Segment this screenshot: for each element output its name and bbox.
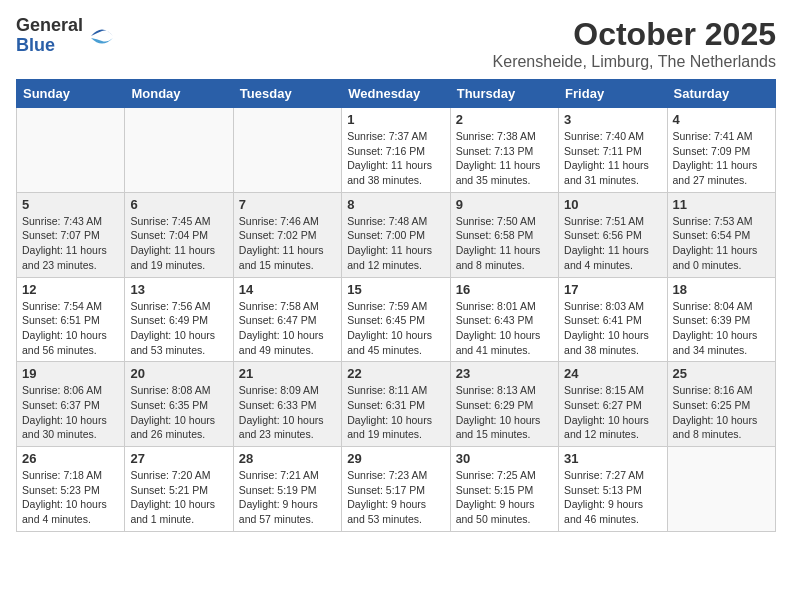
calendar-cell: 6Sunrise: 7:45 AM Sunset: 7:04 PM Daylig… (125, 192, 233, 277)
page-header: General Blue October 2025 Kerensheide, L… (16, 16, 776, 71)
day-number: 15 (347, 282, 444, 297)
header-wednesday: Wednesday (342, 80, 450, 108)
day-number: 27 (130, 451, 227, 466)
calendar-cell: 5Sunrise: 7:43 AM Sunset: 7:07 PM Daylig… (17, 192, 125, 277)
day-info: Sunrise: 7:54 AM Sunset: 6:51 PM Dayligh… (22, 299, 119, 358)
day-info: Sunrise: 8:11 AM Sunset: 6:31 PM Dayligh… (347, 383, 444, 442)
day-info: Sunrise: 8:04 AM Sunset: 6:39 PM Dayligh… (673, 299, 770, 358)
day-number: 5 (22, 197, 119, 212)
logo: General Blue (16, 16, 117, 56)
day-info: Sunrise: 8:06 AM Sunset: 6:37 PM Dayligh… (22, 383, 119, 442)
month-title: October 2025 (493, 16, 776, 53)
day-info: Sunrise: 7:43 AM Sunset: 7:07 PM Dayligh… (22, 214, 119, 273)
day-info: Sunrise: 7:58 AM Sunset: 6:47 PM Dayligh… (239, 299, 336, 358)
day-number: 25 (673, 366, 770, 381)
day-info: Sunrise: 7:27 AM Sunset: 5:13 PM Dayligh… (564, 468, 661, 527)
calendar-cell (125, 108, 233, 193)
calendar-cell: 13Sunrise: 7:56 AM Sunset: 6:49 PM Dayli… (125, 277, 233, 362)
day-number: 29 (347, 451, 444, 466)
calendar-cell: 16Sunrise: 8:01 AM Sunset: 6:43 PM Dayli… (450, 277, 558, 362)
day-info: Sunrise: 7:45 AM Sunset: 7:04 PM Dayligh… (130, 214, 227, 273)
day-number: 20 (130, 366, 227, 381)
day-number: 18 (673, 282, 770, 297)
header-friday: Friday (559, 80, 667, 108)
logo-general-text: General (16, 16, 83, 36)
day-number: 19 (22, 366, 119, 381)
calendar-cell: 25Sunrise: 8:16 AM Sunset: 6:25 PM Dayli… (667, 362, 775, 447)
day-number: 10 (564, 197, 661, 212)
day-number: 2 (456, 112, 553, 127)
day-info: Sunrise: 8:15 AM Sunset: 6:27 PM Dayligh… (564, 383, 661, 442)
day-number: 24 (564, 366, 661, 381)
calendar-cell: 12Sunrise: 7:54 AM Sunset: 6:51 PM Dayli… (17, 277, 125, 362)
day-info: Sunrise: 7:48 AM Sunset: 7:00 PM Dayligh… (347, 214, 444, 273)
day-info: Sunrise: 8:16 AM Sunset: 6:25 PM Dayligh… (673, 383, 770, 442)
day-info: Sunrise: 7:25 AM Sunset: 5:15 PM Dayligh… (456, 468, 553, 527)
day-info: Sunrise: 7:37 AM Sunset: 7:16 PM Dayligh… (347, 129, 444, 188)
day-number: 3 (564, 112, 661, 127)
calendar-cell: 23Sunrise: 8:13 AM Sunset: 6:29 PM Dayli… (450, 362, 558, 447)
day-info: Sunrise: 8:03 AM Sunset: 6:41 PM Dayligh… (564, 299, 661, 358)
day-info: Sunrise: 7:40 AM Sunset: 7:11 PM Dayligh… (564, 129, 661, 188)
logo-icon (87, 21, 117, 51)
day-info: Sunrise: 7:38 AM Sunset: 7:13 PM Dayligh… (456, 129, 553, 188)
day-number: 13 (130, 282, 227, 297)
day-info: Sunrise: 7:20 AM Sunset: 5:21 PM Dayligh… (130, 468, 227, 527)
day-number: 30 (456, 451, 553, 466)
day-number: 21 (239, 366, 336, 381)
day-number: 31 (564, 451, 661, 466)
calendar-week-4: 19Sunrise: 8:06 AM Sunset: 6:37 PM Dayli… (17, 362, 776, 447)
calendar-week-1: 1Sunrise: 7:37 AM Sunset: 7:16 PM Daylig… (17, 108, 776, 193)
calendar-cell: 22Sunrise: 8:11 AM Sunset: 6:31 PM Dayli… (342, 362, 450, 447)
calendar-cell: 10Sunrise: 7:51 AM Sunset: 6:56 PM Dayli… (559, 192, 667, 277)
day-number: 22 (347, 366, 444, 381)
calendar-cell: 26Sunrise: 7:18 AM Sunset: 5:23 PM Dayli… (17, 447, 125, 532)
calendar-cell: 7Sunrise: 7:46 AM Sunset: 7:02 PM Daylig… (233, 192, 341, 277)
day-info: Sunrise: 7:21 AM Sunset: 5:19 PM Dayligh… (239, 468, 336, 527)
day-number: 6 (130, 197, 227, 212)
day-number: 8 (347, 197, 444, 212)
calendar-cell: 9Sunrise: 7:50 AM Sunset: 6:58 PM Daylig… (450, 192, 558, 277)
day-info: Sunrise: 8:09 AM Sunset: 6:33 PM Dayligh… (239, 383, 336, 442)
day-info: Sunrise: 7:51 AM Sunset: 6:56 PM Dayligh… (564, 214, 661, 273)
calendar-cell: 1Sunrise: 7:37 AM Sunset: 7:16 PM Daylig… (342, 108, 450, 193)
day-number: 16 (456, 282, 553, 297)
day-number: 12 (22, 282, 119, 297)
calendar-cell (233, 108, 341, 193)
calendar-cell: 27Sunrise: 7:20 AM Sunset: 5:21 PM Dayli… (125, 447, 233, 532)
day-number: 1 (347, 112, 444, 127)
day-info: Sunrise: 7:56 AM Sunset: 6:49 PM Dayligh… (130, 299, 227, 358)
day-info: Sunrise: 7:53 AM Sunset: 6:54 PM Dayligh… (673, 214, 770, 273)
location-title: Kerensheide, Limburg, The Netherlands (493, 53, 776, 71)
logo-blue-text: Blue (16, 36, 83, 56)
calendar-cell: 14Sunrise: 7:58 AM Sunset: 6:47 PM Dayli… (233, 277, 341, 362)
day-number: 4 (673, 112, 770, 127)
calendar-cell: 31Sunrise: 7:27 AM Sunset: 5:13 PM Dayli… (559, 447, 667, 532)
calendar-cell: 30Sunrise: 7:25 AM Sunset: 5:15 PM Dayli… (450, 447, 558, 532)
calendar-week-2: 5Sunrise: 7:43 AM Sunset: 7:07 PM Daylig… (17, 192, 776, 277)
day-info: Sunrise: 7:18 AM Sunset: 5:23 PM Dayligh… (22, 468, 119, 527)
calendar-cell: 24Sunrise: 8:15 AM Sunset: 6:27 PM Dayli… (559, 362, 667, 447)
calendar-cell: 8Sunrise: 7:48 AM Sunset: 7:00 PM Daylig… (342, 192, 450, 277)
day-number: 14 (239, 282, 336, 297)
calendar-cell: 20Sunrise: 8:08 AM Sunset: 6:35 PM Dayli… (125, 362, 233, 447)
day-number: 17 (564, 282, 661, 297)
day-number: 23 (456, 366, 553, 381)
calendar-cell: 21Sunrise: 8:09 AM Sunset: 6:33 PM Dayli… (233, 362, 341, 447)
calendar-cell: 29Sunrise: 7:23 AM Sunset: 5:17 PM Dayli… (342, 447, 450, 532)
calendar-cell (17, 108, 125, 193)
day-info: Sunrise: 8:01 AM Sunset: 6:43 PM Dayligh… (456, 299, 553, 358)
calendar-cell: 18Sunrise: 8:04 AM Sunset: 6:39 PM Dayli… (667, 277, 775, 362)
day-number: 28 (239, 451, 336, 466)
header-thursday: Thursday (450, 80, 558, 108)
day-number: 9 (456, 197, 553, 212)
day-number: 11 (673, 197, 770, 212)
title-section: October 2025 Kerensheide, Limburg, The N… (493, 16, 776, 71)
calendar-table: Sunday Monday Tuesday Wednesday Thursday… (16, 79, 776, 532)
day-info: Sunrise: 7:50 AM Sunset: 6:58 PM Dayligh… (456, 214, 553, 273)
day-number: 7 (239, 197, 336, 212)
calendar-week-3: 12Sunrise: 7:54 AM Sunset: 6:51 PM Dayli… (17, 277, 776, 362)
calendar-cell (667, 447, 775, 532)
calendar-cell: 3Sunrise: 7:40 AM Sunset: 7:11 PM Daylig… (559, 108, 667, 193)
calendar-cell: 17Sunrise: 8:03 AM Sunset: 6:41 PM Dayli… (559, 277, 667, 362)
